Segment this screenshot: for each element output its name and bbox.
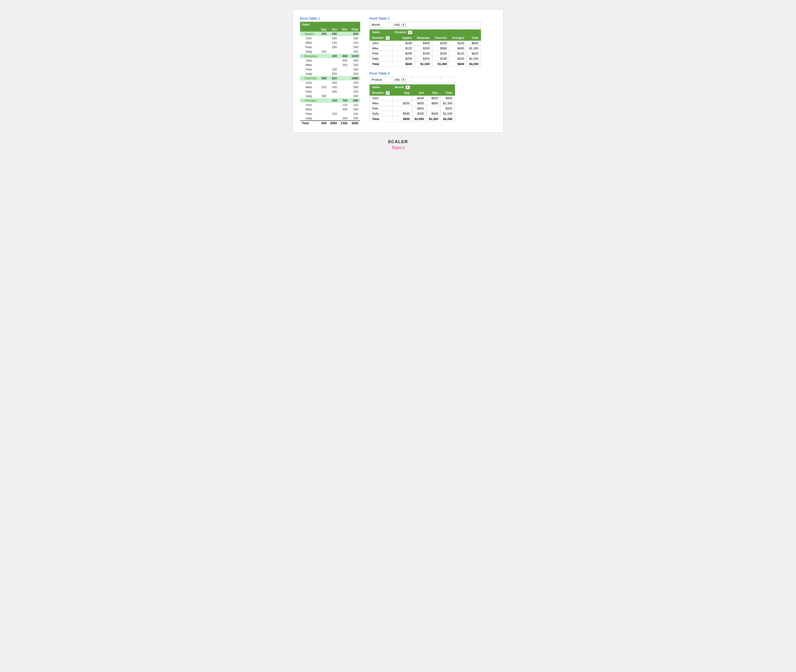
pivot3-reseller-dropdown-icon[interactable]: ▼ bbox=[386, 91, 390, 95]
table-row: Mike 120 120 bbox=[300, 40, 360, 45]
pivot1-col-header-row: Sep Oct Nov Total bbox=[300, 27, 360, 32]
pivot1-apples-sep: 250 bbox=[319, 32, 328, 36]
table-row: John 120 120 bbox=[300, 103, 360, 107]
pivot3-title: Pivot Table 3 bbox=[369, 72, 481, 75]
pivot2-product-dropdown-icon[interactable]: ▼ bbox=[408, 30, 412, 34]
table-row: Pete 290 290 bbox=[300, 45, 360, 50]
pivot2-reseller-header[interactable]: Reseller ▼ bbox=[369, 35, 392, 41]
table-row: Sally 250 250 bbox=[300, 72, 360, 76]
pivot1-col-total: Total bbox=[350, 27, 360, 32]
pivot1-john-apples-sep bbox=[319, 36, 328, 40]
pivot2-filter-label: Month bbox=[369, 22, 392, 27]
pivot1-bananas-group: − Bananas 430 600 1030 bbox=[300, 54, 360, 58]
table-row: Mike $250 $450 $600 $1,300 bbox=[369, 101, 455, 106]
pivot1-cherries-group: − Cherries 580 910 1490 bbox=[300, 76, 360, 80]
pivot-table-3: Pivot Table 3 Product (All) ▼ bbox=[369, 72, 481, 122]
table-row: Pete 330 330 bbox=[300, 90, 360, 94]
pivot1-john-apples-oct: 180 bbox=[328, 36, 339, 40]
table-row: Pete 180 180 bbox=[300, 67, 360, 72]
pivot1-oranges-label: − Oranges bbox=[300, 98, 319, 103]
pivot2-header-row: Sales Product ▼ bbox=[369, 29, 481, 35]
main-container: Pivot Table 1 Sales Sep Oct Nov Total bbox=[293, 10, 504, 133]
table-row: John 250 250 bbox=[300, 80, 360, 85]
pivot1-col-empty bbox=[300, 27, 319, 32]
pivot2-product-header[interactable]: Product ▼ bbox=[392, 29, 414, 35]
pivot2-title: Pivot Table 2 bbox=[369, 17, 481, 20]
pivot2-filter-row: Month (All) ▼ bbox=[369, 22, 481, 27]
pivot1-table: Sales Sep Oct Nov Total − Apples 250 bbox=[300, 22, 360, 125]
pivot2-sales-header: Sales bbox=[369, 29, 392, 35]
pivot2-table: Month (All) ▼ bbox=[369, 22, 481, 67]
pivot3-month-header[interactable]: Month ▼ bbox=[392, 85, 412, 90]
pivot3-filter-arrow-icon[interactable]: ▼ bbox=[401, 78, 406, 82]
pivot2-reseller-dropdown-icon[interactable]: ▼ bbox=[386, 36, 390, 40]
table-row: Sally $580 $250 $200 $1,030 bbox=[369, 111, 455, 116]
pivot1-cherries-label: − Cherries bbox=[300, 76, 319, 80]
pivot1-john-apples-label: John bbox=[300, 36, 319, 40]
pivot1-apples-total: 840 bbox=[350, 32, 360, 36]
pivot1-col-oct: Oct bbox=[328, 27, 339, 32]
table-row: Pete $290 $180 $330 $120 $920 bbox=[369, 51, 481, 56]
pivot1-mike-apples-label: Mike bbox=[300, 40, 319, 45]
table-row: John 180 180 bbox=[300, 36, 360, 40]
pivot2-filter-value-cell[interactable]: (All) ▼ bbox=[392, 22, 414, 27]
pivot2-empty-row bbox=[369, 27, 481, 29]
pivot1-col-sep: Sep bbox=[319, 27, 328, 32]
pivot3-header-row: Sales Month ▼ bbox=[369, 85, 455, 90]
table-row: Mike 250 330 580 bbox=[300, 85, 360, 90]
pivot3-total-row: Total $830 $2,050 $1,320 $4,200 bbox=[369, 116, 455, 122]
pivot3-sales-header: Sales bbox=[369, 85, 392, 90]
footer-scaler-text: SCALER bbox=[388, 140, 408, 144]
pivot3-reseller-header[interactable]: Reseller ▼ bbox=[369, 90, 392, 96]
pivot2-col-header-row: Reseller ▼ Apples Bananas Cherries Orang… bbox=[369, 35, 481, 41]
pivot1-apples-oct: 590 bbox=[328, 32, 339, 36]
pivot3-filter-label: Product bbox=[369, 77, 392, 83]
right-panel: Pivot Table 2 Month (All) ▼ bbox=[369, 17, 481, 122]
pivot2-total-row: Total $840 $1,030 $1,490 $840 $4,200 bbox=[369, 61, 481, 67]
table-row: John $180 $400 $250 $120 $950 bbox=[369, 41, 481, 46]
tables-row: Pivot Table 1 Sales Sep Oct Nov Total bbox=[300, 17, 496, 125]
pivot3-empty-row bbox=[369, 83, 455, 85]
pivot1-john-apples-total: 180 bbox=[350, 36, 360, 40]
pivot3-month-dropdown-icon[interactable]: ▼ bbox=[406, 86, 410, 89]
pivot1-sales-header: Sales bbox=[300, 22, 360, 27]
pivot1-total-row: Total 830 2050 1320 4200 bbox=[300, 121, 360, 125]
table-row: Sally 200 200 bbox=[300, 116, 360, 121]
pivot-table-1: Pivot Table 1 Sales Sep Oct Nov Total bbox=[300, 17, 360, 125]
table-row: Mike $120 $200 $580 $400 $1,300 bbox=[369, 46, 481, 51]
pivot1-col-nov: Nov bbox=[339, 27, 350, 32]
table-row: John $430 $520 $950 bbox=[369, 96, 455, 101]
table-row: Pete 120 120 bbox=[300, 112, 360, 116]
pivot1-sales-header-row: Sales bbox=[300, 22, 360, 27]
table-row: Pete $920 $920 bbox=[369, 106, 455, 111]
pivot1-apples-group: − Apples 250 590 840 bbox=[300, 32, 360, 36]
pivot1-total-label: Total bbox=[300, 121, 319, 125]
table-row: Mike 200 200 bbox=[300, 63, 360, 67]
pivot1-apples-label: − Apples bbox=[300, 32, 319, 36]
footer-topics-text: Topics bbox=[388, 144, 408, 150]
pivot1-john-apples-nov bbox=[339, 36, 350, 40]
footer: SCALER Topics bbox=[388, 140, 408, 150]
table-row: John 400 400 bbox=[300, 58, 360, 63]
table-row: Sally 250 250 bbox=[300, 50, 360, 54]
pivot1-oranges-group: − Oranges 120 720 840 bbox=[300, 98, 360, 103]
pivot-table-2: Pivot Table 2 Month (All) ▼ bbox=[369, 17, 481, 67]
pivot3-col-header-row: Reseller ▼ Sep Oct Nov Total bbox=[369, 90, 455, 96]
pivot1-title: Pivot Table 1 bbox=[300, 17, 360, 20]
pivot3-filter-row: Product (All) ▼ bbox=[369, 77, 455, 83]
table-row: Mike 400 400 bbox=[300, 107, 360, 112]
pivot1-bananas-label: − Bananas bbox=[300, 54, 319, 58]
pivot3-filter-value-cell[interactable]: (All) ▼ bbox=[392, 77, 412, 83]
table-row: Sally 330 330 bbox=[300, 94, 360, 98]
pivot3-table: Product (All) ▼ bbox=[369, 77, 455, 122]
pivot2-filter-arrow-icon[interactable]: ▼ bbox=[401, 23, 406, 27]
pivot1-apples-nov bbox=[339, 32, 350, 36]
table-row: Sally $250 $250 $330 $200 $1,030 bbox=[369, 56, 481, 61]
